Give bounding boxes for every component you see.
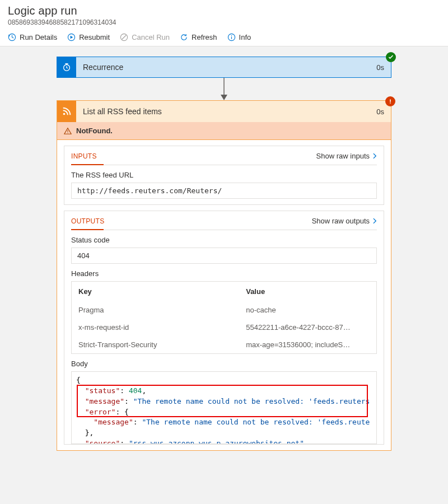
refresh-icon [180, 33, 188, 41]
status-code-label: Status code [71, 236, 377, 244]
history-icon [8, 33, 16, 41]
resubmit-icon [67, 33, 76, 41]
inputs-label: INPUTS [71, 152, 97, 160]
svg-rect-12 [67, 132, 68, 133]
show-raw-outputs-link[interactable]: Show raw outputs [312, 217, 377, 225]
chevron-right-icon [373, 153, 377, 159]
cancel-run-button: Cancel Run [120, 33, 170, 41]
inputs-panel: INPUTS Show raw inputs The RSS feed URL … [64, 146, 384, 205]
outputs-label: OUTPUTS [71, 217, 104, 225]
info-button[interactable]: Info [227, 33, 251, 41]
table-row: Pragmano-cache [72, 301, 376, 319]
error-badge [385, 96, 395, 106]
svg-line-3 [122, 35, 127, 40]
headers-label: Headers [71, 269, 377, 278]
body-json-box[interactable]: { "status": 404, "message": "The remote … [71, 371, 377, 444]
error-bar: NotFound. [57, 122, 391, 140]
connector-arrow [57, 78, 391, 100]
rss-url-label: The RSS feed URL [71, 171, 377, 179]
toolbar: Run Details Resubmit Cancel Run Refresh … [0, 29, 448, 46]
run-id: 08586938394688582171096314034 [8, 18, 440, 26]
table-row: x-ms-request-id55422211-a6ce-4227-bccc-8… [72, 319, 376, 336]
rss-url-value: http://feeds.reuters.com/Reuters/ [71, 183, 377, 199]
clock-icon [57, 57, 76, 77]
headers-table[interactable]: Key Value Pragmano-cache x-ms-request-id… [71, 281, 377, 354]
recurrence-step[interactable]: Recurrence 0s [57, 57, 391, 78]
refresh-button[interactable]: Refresh [180, 33, 217, 41]
info-icon [227, 33, 236, 41]
run-details-button[interactable]: Run Details [8, 33, 57, 41]
error-status-text: NotFound. [76, 127, 113, 135]
table-row: Strict-Transport-Securitymax-age=3153600… [72, 336, 376, 353]
resubmit-button[interactable]: Resubmit [67, 33, 110, 41]
svg-point-5 [231, 35, 232, 36]
body-label: Body [71, 360, 377, 368]
page-title: Logic app run [8, 4, 440, 17]
status-code-value: 404 [71, 248, 377, 264]
svg-rect-8 [390, 100, 391, 102]
recurrence-label: Recurrence [76, 63, 376, 72]
cancel-icon [120, 33, 128, 41]
headers-col-key: Key [72, 282, 239, 301]
outputs-panel: OUTPUTS Show raw outputs Status code 404… [64, 211, 384, 445]
svg-rect-9 [390, 102, 391, 104]
warning-icon [64, 127, 72, 135]
rss-step-duration: 0s [376, 108, 391, 116]
headers-col-value: Value [239, 282, 376, 301]
rss-step: List all RSS feed items 0s NotFound. INP… [57, 100, 391, 451]
recurrence-duration: 0s [376, 63, 391, 72]
rss-icon [57, 101, 76, 122]
success-badge [386, 52, 396, 62]
rss-step-header[interactable]: List all RSS feed items 0s [57, 101, 391, 122]
rss-step-title: List all RSS feed items [76, 107, 376, 116]
chevron-right-icon [373, 218, 377, 224]
svg-rect-11 [67, 130, 68, 132]
svg-point-10 [63, 113, 66, 115]
svg-rect-6 [231, 37, 232, 39]
show-raw-inputs-link[interactable]: Show raw inputs [316, 152, 377, 160]
